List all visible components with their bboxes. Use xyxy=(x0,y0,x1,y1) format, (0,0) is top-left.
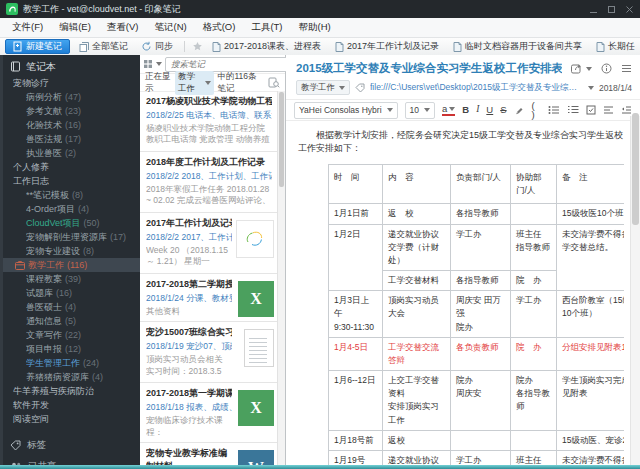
note-list-item[interactable]: 2017年工作计划及记录2018/2/2 2017、工作计划Week 20 （2… xyxy=(140,213,278,274)
table-cell[interactable]: 15级动医、宠诊2个班 xyxy=(557,430,625,450)
table-cell[interactable]: 1月4-5日 xyxy=(329,337,383,370)
table-header-cell[interactable]: 内 容 xyxy=(383,165,451,204)
toolbar-shortcut[interactable]: 长期任务清单 xyxy=(592,39,635,54)
sidebar-notebook[interactable]: 工作日志 xyxy=(3,174,143,188)
table-header-cell[interactable]: 负责部门/人 xyxy=(451,165,511,204)
table-cell[interactable]: 上交工学交替资料 安排顶岗实习工作 xyxy=(383,371,451,431)
underline-button[interactable]: U xyxy=(486,105,493,115)
table-cell[interactable]: 返校 xyxy=(383,430,451,450)
table-cell[interactable]: 1月3日上午 9:30-11:30 xyxy=(329,291,383,338)
table-cell[interactable]: 周庆安 田万强 院办 xyxy=(451,291,511,338)
table-cell[interactable]: 1月1日前 xyxy=(329,204,383,224)
sidebar-notebook[interactable]: 文章写作(22) xyxy=(3,328,143,342)
sidebar-notebook[interactable]: 学生管理工作(24) xyxy=(3,356,143,370)
numbered-list-button[interactable] xyxy=(567,105,579,115)
table-cell[interactable]: 学生顶岗实习完成内容见附表 xyxy=(557,371,625,431)
note-list-item[interactable]: 2017-2018第一学期课程成...2018/1/18 报表、成绩、宠...宠… xyxy=(140,383,278,443)
table-cell[interactable]: 未交清学费不得参加工学交替总结。 xyxy=(557,224,625,291)
sidebar-notebook[interactable]: 项目申报(12) xyxy=(3,342,143,356)
sidebar-notebook[interactable]: 通知信息(5) xyxy=(3,314,143,328)
view-options-button[interactable] xyxy=(143,59,162,69)
minimize-button[interactable] xyxy=(589,5,598,14)
toolbar-shortcut[interactable]: 2017-2018课表、进程表 xyxy=(208,39,325,54)
table-cell[interactable]: 递交就业协议 交学费（计财处） xyxy=(383,224,451,271)
note-body[interactable]: 根据教学计划安排，经院务会研究决定15级工学交替及专业综合实习学生返校工作安排如… xyxy=(286,121,640,465)
sync-button[interactable]: 同步 xyxy=(137,40,177,53)
table-cell[interactable]: 班主任 指导教师 xyxy=(511,224,557,271)
outdent-button[interactable] xyxy=(621,105,632,115)
bullet-list-button[interactable] xyxy=(548,105,560,115)
close-button[interactable] xyxy=(625,5,634,14)
toolbar-shortcut[interactable]: 2017年工作计划及记录 xyxy=(331,39,443,54)
sidebar-notebook[interactable]: 养猪猪病资源库(4) xyxy=(3,370,143,384)
note-list-item[interactable]: 宠物专业教学标准编制材料2018/1/16 ...9 附件 1.8 MBW xyxy=(140,443,278,465)
menu-item[interactable]: 文件(F) xyxy=(4,21,51,34)
table-cell[interactable]: 工学交替交流答辩 xyxy=(383,337,451,370)
tag-icon[interactable] xyxy=(355,83,365,93)
table-cell[interactable]: 西台阶教室（15级牧医10个班） xyxy=(557,291,625,338)
align-button[interactable] xyxy=(603,105,614,115)
sidebar-notebook[interactable]: **笔记模板(8) xyxy=(3,188,143,202)
sidebar-notebook[interactable]: 病例分析(47) xyxy=(3,90,143,104)
menu-item[interactable]: 工具(T) xyxy=(243,21,290,34)
font-family-select[interactable]: YaHei Consolas Hybri xyxy=(294,102,398,119)
checkbox-button[interactable] xyxy=(586,105,596,115)
maximize-button[interactable] xyxy=(607,5,616,14)
sidebar-item-tags[interactable]: 标签 xyxy=(3,435,143,456)
table-header-cell[interactable]: 时 间 xyxy=(329,165,383,204)
code-block-button[interactable]: ( ) xyxy=(532,101,535,120)
note-list-item[interactable]: 2017杨凌职业技术学院动物工程分院教职...2018/2/25 电话本、电话簿… xyxy=(140,91,278,152)
font-color-button[interactable]: a xyxy=(442,104,455,116)
menu-item[interactable]: 查看(V) xyxy=(99,21,147,34)
table-cell[interactable]: 班主任 指导教师 xyxy=(511,450,557,465)
search-input[interactable] xyxy=(169,58,285,70)
sidebar-notebook[interactable]: 宠物诊疗 xyxy=(3,76,143,90)
menu-item[interactable]: 笔记(N) xyxy=(146,21,194,34)
sidebar-notebook[interactable]: 4-Order项目(4) xyxy=(3,202,143,216)
table-cell[interactable]: 1月19号 xyxy=(329,450,383,465)
sidebar-notebook[interactable]: CloudVet项目(50) xyxy=(3,216,143,230)
note-list-item[interactable]: 2017-2018第二学期授课任...2018/1/24 分课、教材登记其他资料… xyxy=(140,274,278,322)
info-icon[interactable] xyxy=(601,63,612,74)
notebook-selector[interactable]: 教学工作 xyxy=(296,80,350,95)
notebooks-header[interactable]: 笔记本 xyxy=(3,57,143,76)
sidebar-notebook[interactable]: 个人修养 xyxy=(3,160,143,174)
more-menu-icon[interactable] xyxy=(621,64,632,73)
notebook-search-icon[interactable] xyxy=(268,77,280,88)
table-cell[interactable]: 顶岗实习动员大会 xyxy=(383,291,451,338)
sidebar-notebook[interactable]: 执业兽医(2) xyxy=(3,146,143,160)
table-cell[interactable]: 1月18号前 xyxy=(329,430,383,450)
table-cell[interactable]: 院 办 xyxy=(511,271,557,291)
table-cell[interactable] xyxy=(511,430,557,450)
schedule-table[interactable]: 时 间内 容负责部门/人协助部门/人备 注1月1日前返 校各指导教师15级牧医1… xyxy=(328,164,624,465)
note-list-item[interactable]: 宠沙15007班综合实习&顶...2018/1/19 宠沙07、顶岗...顶岗实… xyxy=(140,322,278,383)
table-cell[interactable] xyxy=(451,430,511,450)
table-cell[interactable]: 15级牧医10个班 xyxy=(557,204,625,224)
sidebar-notebook[interactable]: 宠物解剖生理资源库(17) xyxy=(3,230,143,244)
table-header-cell[interactable]: 备 注 xyxy=(557,165,625,204)
font-size-select[interactable]: 10 xyxy=(405,102,435,119)
table-header-cell[interactable]: 协助部门/人 xyxy=(511,165,557,204)
highlighter-button[interactable] xyxy=(514,105,525,116)
all-notes-button[interactable]: 全部笔记 xyxy=(75,40,132,53)
table-cell[interactable]: 各负责教师 xyxy=(451,337,511,370)
menu-item[interactable]: 帮助(H) xyxy=(291,21,339,34)
note-list-scrollbar[interactable] xyxy=(277,91,285,465)
sidebar-notebook[interactable]: 参考文献(23) xyxy=(3,104,143,118)
share-icon[interactable] xyxy=(571,63,592,74)
new-note-button[interactable]: 新建笔记 xyxy=(5,39,70,54)
sidebar-notebook[interactable]: 化验技术(16) xyxy=(3,118,143,132)
source-url-link[interactable]: file:///C:\Users\vet\Desktop\2015级工学交替及专… xyxy=(370,82,581,94)
table-cell[interactable]: 学工办 xyxy=(451,224,511,271)
table-cell[interactable]: 工学交替材料 xyxy=(383,271,451,291)
table-cell[interactable]: 各指导教师 xyxy=(451,204,511,224)
table-cell[interactable]: 1月2日 xyxy=(329,224,383,291)
table-cell[interactable]: 1月6--12日 xyxy=(329,371,383,431)
table-cell[interactable]: 院办 周庆安 xyxy=(451,371,511,431)
table-cell[interactable] xyxy=(511,204,557,224)
sidebar-notebook[interactable]: 兽医硕士(4) xyxy=(3,300,143,314)
table-cell[interactable]: 分组安排见附表1 xyxy=(557,337,625,370)
sidebar-notebook[interactable]: 宠物专业建设(8) xyxy=(3,244,143,258)
sidebar-item-shared[interactable]: 已共享 xyxy=(3,456,143,465)
sidebar-notebook[interactable]: 课程教案(39) xyxy=(3,272,143,286)
